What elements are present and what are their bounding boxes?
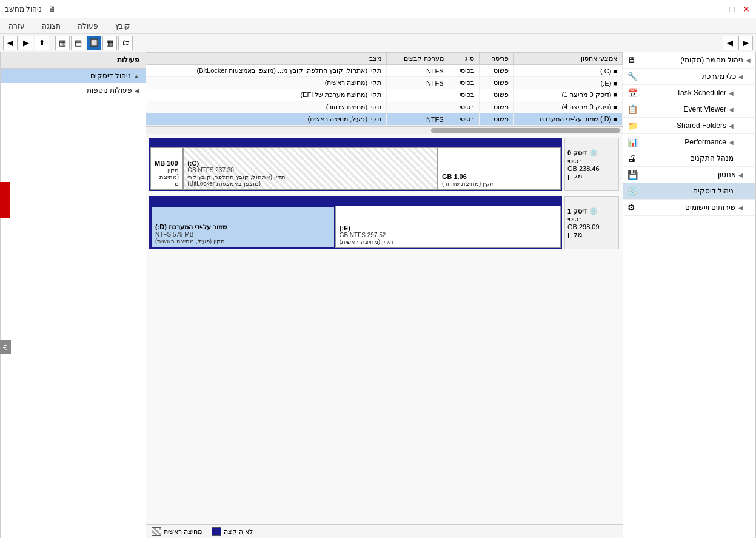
toolbar-back[interactable]: ◀ [3, 36, 18, 50]
cell-storage: ■ (E:) [514, 77, 623, 89]
titlebar: ✕ □ — 🖥 ניהול מחשב [0, 0, 756, 18]
disk1-partition-d[interactable]: שמור על-ידי המערכת (D:) NTFS 579 MB תקין… [150, 206, 335, 248]
disk0-status: מקוון [567, 172, 582, 180]
part-detail: 237.30 GB NTFS [187, 167, 234, 173]
toolbar-btn1[interactable]: ▦ [55, 36, 70, 50]
toolbar-forward2[interactable]: ▶ [738, 36, 753, 50]
toolbar-forward[interactable]: ▶ [19, 36, 33, 50]
disk1-label: 💿 דיסק 1 בסיסי GB 298.09 מקוון [564, 196, 619, 249]
cell-status: תקין (מחיצה ראשית) [146, 77, 387, 89]
part-detail2: תקין (אתחול, קובץ החלפה, קובץ קרי [187, 173, 286, 180]
disk0-partition-recovery[interactable]: GB 1.06 תקין (מחיצת שחזור) [438, 147, 561, 190]
col-storage[interactable]: אמצעי אחסון [514, 53, 623, 65]
legend-unallocated: לא הוקצה [212, 527, 253, 536]
maximize-button[interactable]: □ [727, 4, 737, 14]
col-type[interactable]: סוג [449, 53, 480, 65]
cell-storage: ■ (C:) [514, 65, 623, 77]
nav-item-label: ניהול דיסקים [638, 187, 734, 195]
arrow-icon: ◀ [729, 139, 734, 146]
nav-item-label: שירותים ויישומים [635, 203, 736, 212]
nav-computer-management[interactable]: ◀ ניהול מחשב (מקומי) 🖥 [623, 52, 755, 69]
nav-item-label: Event Viewer [638, 105, 726, 113]
disk0-partition-efi[interactable]: MB 100 תקין (מחיצת מ [150, 147, 183, 190]
cell-fs: NTFS [387, 65, 449, 77]
left-edge-tab[interactable] [0, 182, 10, 218]
nav-device-manager[interactable]: מנהל התקנים 🖨 [623, 150, 755, 167]
table-row[interactable]: ■ (D:) שמור על-ידי המערכת פשוט בסיסי NTF… [146, 113, 623, 126]
col-fs[interactable]: מערכת קבצים [387, 53, 449, 65]
cell-status: תקין (אתחול, קובץ החלפה, קובץ מ... (מוצפ… [146, 65, 387, 77]
part-name: (E:) [340, 224, 350, 232]
toolbar-btn3[interactable]: 🔲 [87, 36, 101, 50]
legend-box-logical [152, 527, 161, 536]
toolbar-btn5[interactable]: 🗂 [118, 36, 133, 50]
part-name: MB 100 [155, 160, 178, 167]
nav-services[interactable]: ◀ שירותים ויישומים ⚙ [623, 200, 755, 216]
disk0-header-bar [150, 139, 561, 147]
sidebar-item-diskmgmt[interactable]: ▲ ניהול דיסקים [1, 69, 146, 83]
nav-storage[interactable]: ◀ אחסון 💾 [623, 167, 755, 183]
cell-storage: ■ (דיסק 0 מחיצה 4) [514, 101, 623, 113]
disk1-partition-e[interactable]: (E:) 297.52 GB NTFS תקין (מחיצה ראשית) [335, 206, 561, 248]
legend-label: מחיצה ראשית [164, 528, 202, 536]
toolbar-btn4[interactable]: ▦ [102, 36, 117, 50]
nav-item-label: ניהול מחשב (מקומי) [636, 56, 743, 64]
table-row[interactable]: ■ (C:) פשוט בסיסי NTFS תקין (אתחול, קובץ… [146, 65, 623, 77]
disk0-partition-c[interactable]: (C:) 237.30 GB NTFS תקין (אתחול, קובץ הח… [183, 147, 438, 190]
cell-type: בסיסי [449, 65, 480, 77]
cell-type: בסיסי [449, 77, 480, 89]
nav-disk-management[interactable]: ניהול דיסקים 💿 [623, 183, 755, 200]
minimize-button[interactable]: — [712, 4, 722, 14]
sidebar-item-label: ניהול דיסקים [90, 72, 131, 80]
legend-primary: מחיצה ראשית [152, 527, 202, 536]
scroll-thumb [431, 128, 620, 133]
sidebar-header: פעולות [1, 52, 146, 69]
arrow-icon: ◀ [738, 204, 743, 211]
part-detail3: (מוצפן באמצעות BitLocker) [187, 180, 261, 187]
cell-status: תקין (מחיצת שחזור) [146, 101, 387, 113]
disk0-name: דיסק 0 [567, 149, 587, 157]
nav-item-label: Task Scheduler [638, 89, 726, 97]
horizontal-scrollbar[interactable] [146, 127, 623, 134]
cell-layout: פשוט [480, 89, 514, 101]
close-button[interactable]: ✕ [741, 4, 751, 14]
toolbar-btn2[interactable]: ▤ [71, 36, 85, 50]
toolbar-up[interactable]: ⬆ [35, 36, 49, 50]
disk0-label: 💿 דיסק 0 בסיסי GB 238.46 מקוון [564, 138, 619, 191]
arrow-icon: ◀ [729, 90, 734, 96]
arrow-icon: ◀ [729, 106, 734, 113]
expand-icon: ▲ [133, 73, 139, 79]
menu-file[interactable]: קובץ [112, 21, 134, 32]
disk-visualization: 💿 דיסק 0 בסיסי GB 238.46 מקוון MB 100 תק… [146, 134, 623, 524]
toolbar: ◀ ▶ ⬆ ▦ ▤ 🔲 ▦ 🗂 ◀ ▶ [0, 34, 756, 52]
toolbar-back2[interactable]: ◀ [723, 36, 737, 50]
table-row[interactable]: ■ (E:) פשוט בסיסי NTFS תקין (מחיצה ראשית… [146, 77, 623, 89]
nav-task-scheduler[interactable]: ◀ Task Scheduler 📅 [623, 85, 755, 101]
cell-type: בסיסי [449, 113, 480, 126]
part-detail: תקין (מחיצת מ [155, 167, 179, 187]
menu-action[interactable]: פעולה [74, 21, 102, 32]
table-row[interactable]: ■ (דיסק 0 מחיצה 4) פשוט בסיסי תקין (מחיצ… [146, 101, 623, 113]
nav-item-label: אחסון [638, 170, 736, 179]
nav-shared-folders[interactable]: ◀ Shared Folders 📁 [623, 118, 755, 134]
nav-performance[interactable]: ◀ Performance 📊 [623, 134, 755, 150]
titlebar-title: 🖥 ניהול מחשב [5, 5, 55, 13]
disk-table: אמצעי אחסון פריסה סוג מערכת קבצים מצב ■ … [146, 52, 623, 127]
menu-help[interactable]: עזרה [5, 21, 28, 32]
legend-label: לא הוקצה [224, 528, 253, 536]
sidebar-item-more-actions[interactable]: ◀ פעולות נוספות [1, 83, 146, 98]
cell-storage: ■ (דיסק 0 מחיצה 1) [514, 89, 623, 101]
part-detail2: תקין (מחיצה ראשית) [340, 238, 393, 245]
cell-type: בסיסי [449, 101, 480, 113]
nav-event-viewer[interactable]: ◀ Event Viewer 📋 [623, 101, 755, 118]
disk1-partitions-wrapper: שמור על-ידי המערכת (D:) NTFS 579 MB תקין… [149, 196, 562, 249]
part-name: GB 1.06 [442, 173, 467, 180]
col-layout[interactable]: פריסה [480, 53, 514, 65]
cell-fs: NTFS [387, 113, 449, 126]
menu-view[interactable]: תצוגה [38, 21, 64, 32]
nav-tools[interactable]: ◀ כלי מערכת 🔧 [623, 69, 755, 85]
col-status[interactable]: מצב [146, 53, 387, 65]
nav-item-label: Shared Folders [638, 121, 726, 130]
disk1-status: מקוון [567, 230, 582, 238]
table-row[interactable]: ■ (דיסק 0 מחיצה 1) פשוט בסיסי תקין (מחיצ… [146, 89, 623, 101]
